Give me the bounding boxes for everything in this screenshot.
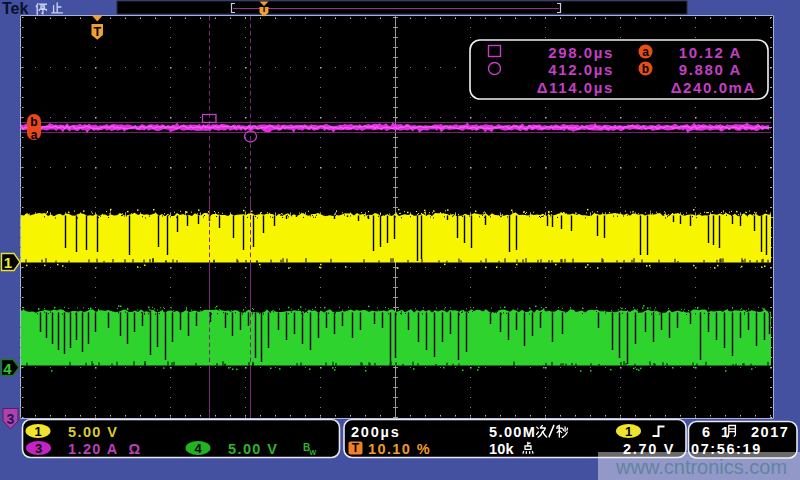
svg-text:1: 1 [34,424,41,439]
svg-text:200µs: 200µs [351,424,401,440]
svg-text:T: T [352,441,360,455]
svg-text:3: 3 [7,411,15,427]
svg-text:412.0µs: 412.0µs [548,61,614,78]
svg-text:3: 3 [35,441,42,456]
svg-text:2017: 2017 [751,424,789,440]
svg-text:Δ240.0mA: Δ240.0mA [671,79,756,96]
svg-text:Ω: Ω [129,441,142,457]
svg-text:W: W [310,449,317,456]
svg-text:10.12 A: 10.12 A [679,44,742,61]
svg-text:5.00 V: 5.00 V [68,424,118,440]
svg-text:www.cntronics.com: www.cntronics.com [615,456,787,478]
svg-text:4: 4 [194,441,202,456]
svg-text:Tek: Tek [2,0,28,17]
svg-text:298.0µs: 298.0µs [548,44,614,61]
svg-text:5.00M: 5.00M [489,424,536,440]
svg-text:10k: 10k [489,441,515,457]
svg-text:9.880 A: 9.880 A [679,61,742,78]
svg-text:1: 1 [4,254,12,271]
svg-text:Δ114.0µs: Δ114.0µs [537,79,614,96]
svg-text:T: T [261,4,267,14]
svg-text:4: 4 [3,360,12,377]
svg-text:6 1: 6 1 [702,424,733,440]
svg-text:T: T [93,25,101,39]
svg-text:b: b [30,115,37,129]
svg-text:b: b [642,62,649,76]
svg-text:10.10 %: 10.10 % [368,441,431,457]
svg-text:a: a [31,128,38,142]
svg-text:1.20 A: 1.20 A [68,441,119,457]
svg-text:5.00 V: 5.00 V [228,441,278,457]
svg-text:a: a [642,45,649,59]
svg-text:1: 1 [625,424,632,439]
